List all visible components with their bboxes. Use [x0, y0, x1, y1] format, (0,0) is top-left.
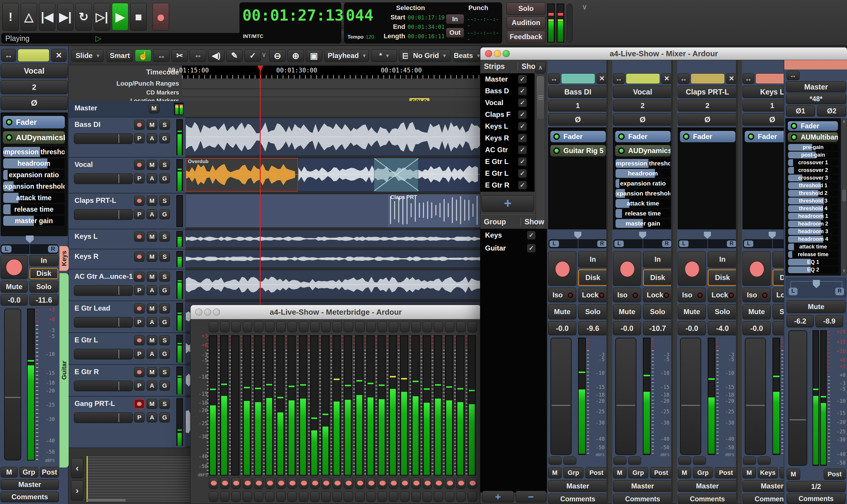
timecode-ruler[interactable]: 00:01:15:0000:01:30:0000:01:45:00: [182, 66, 481, 78]
strip-phase-button[interactable]: Ø: [613, 113, 672, 126]
output-button[interactable]: 1/2: [787, 481, 846, 492]
group-item-checkbox[interactable]: ✓: [527, 244, 536, 253]
track-header-E-Gtr-R[interactable]: E Gtr RMSPAG: [69, 365, 186, 397]
metering-point-button[interactable]: M: [613, 467, 627, 479]
processor-plugin[interactable]: AUDynamicsPro: [3, 131, 65, 144]
strip-input-button[interactable]: 1: [548, 100, 607, 112]
channel-fader[interactable]: [745, 338, 766, 455]
track-mute-button[interactable]: M: [147, 160, 157, 170]
input-button[interactable]: In: [30, 255, 58, 266]
plugin-control-attack-time[interactable]: attack time: [616, 199, 670, 208]
track-solo-button[interactable]: S: [159, 120, 170, 130]
track-playlist-button[interactable]: P: [134, 317, 145, 327]
monitor-feedback-button[interactable]: Feedback: [507, 31, 545, 43]
ruler-label-1[interactable]: Loop/Punch Ranges: [69, 80, 179, 87]
pan-left-button[interactable]: L: [614, 240, 624, 247]
mb-channel-button[interactable]: [456, 321, 465, 332]
mb-monitor-button[interactable]: [468, 491, 477, 502]
track-header-E-Gtr-L[interactable]: E Gtr LMSPAG: [69, 333, 186, 365]
strip-width-button[interactable]: ↔: [613, 73, 625, 84]
pan-left-button[interactable]: L: [744, 240, 753, 247]
solo-isolate-button[interactable]: Iso: [613, 288, 641, 302]
input-button[interactable]: In: [708, 251, 737, 268]
mute-button[interactable]: Mute: [1, 281, 28, 293]
zoom-focus-dropdown[interactable]: Playhead▾: [324, 50, 369, 62]
mb-channel-button[interactable]: [254, 321, 263, 332]
pan-right-button[interactable]: R: [835, 288, 844, 295]
strip-color-swatch[interactable]: [626, 73, 660, 84]
mute-button[interactable]: Mute: [548, 304, 576, 320]
input-button[interactable]: In: [643, 251, 672, 268]
solo-button[interactable]: Solo: [30, 281, 58, 293]
track-rec-button[interactable]: [134, 160, 145, 170]
track-header-Keys-R[interactable]: Keys RMS: [69, 249, 186, 269]
plugin-control-crossover-2[interactable]: crossover 2: [788, 167, 838, 174]
pan-left-button[interactable]: L: [789, 288, 797, 295]
group-button[interactable]: Grp: [563, 467, 583, 479]
strip-name-button[interactable]: Claps PRT-L: [678, 86, 737, 98]
transport-goto-end-button[interactable]: ▶|: [57, 3, 74, 31]
mb-channel-button[interactable]: [310, 321, 320, 332]
track-canvas-Vocal[interactable]: Overdub: [186, 158, 481, 194]
pan-right-button[interactable]: R: [48, 246, 58, 253]
track-group-button[interactable]: G: [159, 317, 170, 327]
meter-option-button2[interactable]: [693, 456, 706, 465]
transport-midi-panic-button[interactable]: !: [2, 3, 19, 31]
ruler-label-2[interactable]: CD Markers: [69, 89, 179, 97]
comments-button[interactable]: Comments: [1, 492, 59, 502]
transport-stop-button[interactable]: ■: [130, 3, 147, 31]
record-enable-button[interactable]: [548, 251, 576, 286]
processor-plugin[interactable]: AUMultiband: [788, 132, 838, 142]
strip-phase-button[interactable]: Ø: [548, 113, 607, 126]
strip-close-button[interactable]: ✕: [661, 73, 672, 84]
gain-display[interactable]: -0.0: [548, 321, 576, 335]
track-solo-button[interactable]: S: [159, 232, 170, 242]
mb-monitor-button[interactable]: [400, 491, 409, 502]
plugin-control-expansion-ratio[interactable]: expansion ratio: [3, 170, 65, 180]
strips-list-item[interactable]: Bass D✓: [480, 85, 534, 97]
processor-fader[interactable]: Fader: [3, 116, 65, 129]
add-group-button[interactable]: +: [482, 491, 514, 503]
group-item-checkbox[interactable]: ✓: [527, 231, 536, 240]
track-playlist-button[interactable]: P: [134, 381, 145, 391]
track-name[interactable]: Master: [74, 104, 151, 112]
track-mute-button[interactable]: M: [147, 196, 157, 206]
mb-monitor-button[interactable]: [265, 491, 275, 502]
plugin-control-headroom-2[interactable]: headroom 2: [788, 220, 838, 227]
grid-unit-dropdown[interactable]: Beats▾: [453, 50, 480, 62]
strip-item-checkbox[interactable]: ✓: [518, 134, 527, 143]
strips-list-item[interactable]: AC Gtr✓: [480, 144, 534, 156]
mb-rec-button[interactable]: [355, 477, 365, 489]
mb-rec-button[interactable]: [287, 477, 297, 489]
meter-option-button2[interactable]: [758, 456, 771, 465]
gain-display[interactable]: -6.2: [787, 315, 814, 327]
metering-point-button[interactable]: M: [1, 467, 18, 478]
edit-mode-dropdown[interactable]: Slide▾: [71, 50, 104, 62]
close-button[interactable]: [195, 308, 202, 316]
peak-display[interactable]: -10.7: [643, 321, 672, 335]
meterbridge-titlebar[interactable]: a4-Live-Show - Meterbridge - Ardour: [191, 305, 481, 319]
track-gain-slider[interactable]: [74, 381, 133, 391]
toolbar-chevron-icon[interactable]: ∨: [262, 51, 269, 60]
mb-monitor-button[interactable]: [220, 491, 229, 502]
mb-monitor-button[interactable]: [355, 491, 365, 502]
mb-rec-button[interactable]: [209, 477, 218, 489]
strips-scrollbar-thumb[interactable]: [536, 76, 545, 120]
mb-monitor-button[interactable]: [209, 491, 218, 502]
mb-channel-button[interactable]: [243, 321, 252, 332]
channel-fader[interactable]: [550, 338, 572, 455]
track-mute-button[interactable]: M: [147, 399, 157, 409]
plugin-control-threshold-4[interactable]: threshold 4: [788, 205, 838, 212]
track-solo-button[interactable]: S: [159, 335, 170, 345]
pan-right-button[interactable]: R: [662, 240, 671, 247]
processor-plugin[interactable]: AUDynamicsPro: [615, 145, 671, 157]
plugin-control-compression-threshold[interactable]: compression threshold: [616, 159, 670, 168]
solo-lock-button[interactable]: Lock: [578, 288, 607, 302]
mb-monitor-button[interactable]: [299, 491, 308, 502]
group-button[interactable]: Keys: [758, 467, 778, 479]
strip-item-checkbox[interactable]: ✓: [518, 157, 527, 166]
master-panner[interactable]: LR: [786, 278, 846, 297]
track-mute-button[interactable]: M: [147, 232, 157, 242]
marker-dropdown[interactable]: *▾: [371, 50, 397, 62]
track-rec-button[interactable]: [134, 120, 145, 130]
